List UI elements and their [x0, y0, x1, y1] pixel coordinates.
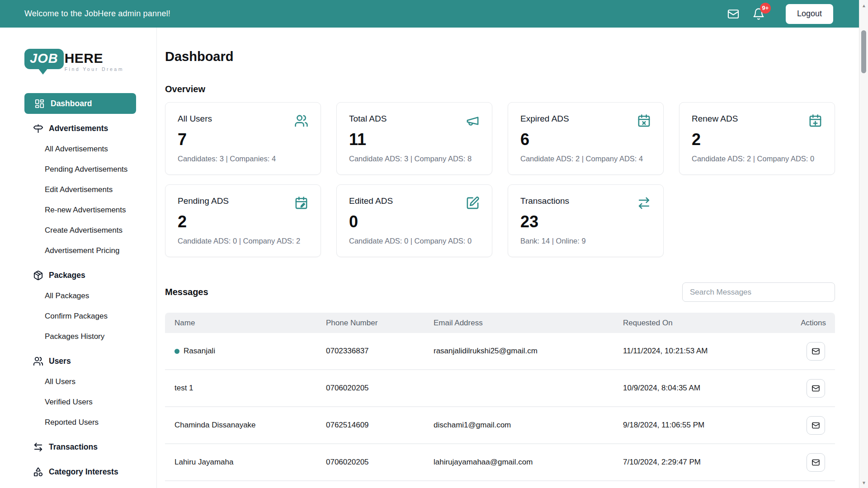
- messages-table: Name Phone Number Email Address Requeste…: [165, 313, 835, 481]
- topbar-actions: 9+ Logout: [727, 4, 833, 24]
- card-subtext: Candidate ADS: 0 | Company ADS: 0: [349, 237, 480, 245]
- welcome-text: Welcome to the JobHere admin pannel!: [24, 9, 170, 19]
- table-row: Rasanjali 0702336837 rasanjalidilrukshi2…: [165, 333, 835, 370]
- card-value: 7: [178, 131, 308, 148]
- logo-job-text: JOB: [30, 51, 58, 66]
- sidebar-item-edit-advertisements[interactable]: Edit Advertisements: [24, 179, 136, 200]
- message-requested-on: 10/9/2024, 8:04:35 AM: [623, 384, 801, 393]
- sidebar-item-advertisement-pricing[interactable]: Advertisement Pricing: [24, 240, 136, 261]
- open-message-button[interactable]: [807, 342, 825, 361]
- open-message-button[interactable]: [807, 416, 825, 435]
- sidebar-item-create-advertisements[interactable]: Create Advertisements: [24, 220, 136, 240]
- transfer-arrows-icon: [33, 442, 43, 452]
- messages-heading: Messages: [165, 287, 208, 297]
- card-subtext: Candidate ADS: 2 | Company ADS: 0: [692, 155, 822, 163]
- mail-icon: [811, 384, 820, 393]
- sidebar-item-confirm-packages[interactable]: Confirm Packages: [24, 306, 136, 326]
- page-title: Dashboard: [165, 49, 859, 64]
- sidebar-item-transactions[interactable]: Transactions: [24, 437, 136, 457]
- card-subtext: Candidate ADS: 0 | Company ADS: 2: [178, 237, 308, 245]
- sidebar-item-label: Users: [49, 357, 71, 366]
- message-name: Lahiru Jayamaha: [175, 458, 233, 467]
- card-title: Total ADS: [349, 114, 387, 123]
- sidebar-item-label: Category Interests: [49, 467, 118, 477]
- card-title: Renew ADS: [692, 114, 738, 123]
- card-value: 2: [692, 131, 822, 148]
- open-message-button[interactable]: [807, 379, 825, 398]
- message-phone: 0706020205: [326, 384, 434, 393]
- logo-bubble: JOB: [24, 49, 64, 69]
- sidebar-item-all-advertisements[interactable]: All Advertisements: [24, 139, 136, 159]
- overview-heading: Overview: [165, 84, 859, 94]
- page-scrollbar[interactable]: ▲ ▼: [859, 0, 868, 488]
- sidebar-item-label: Advertisements: [49, 124, 108, 133]
- column-header-requested: Requested On: [623, 319, 801, 328]
- logo-tagline: Find Your Dream: [65, 66, 124, 72]
- card-title: Edited ADS: [349, 196, 393, 206]
- megaphone-icon: [466, 114, 480, 130]
- message-name: test 1: [175, 384, 193, 393]
- stat-card-total-ads: Total ADS 11 Candidate ADS: 3 | Company …: [336, 102, 492, 175]
- sidebar-item-packages[interactable]: Packages: [24, 265, 136, 286]
- message-phone: 0702336837: [326, 347, 434, 356]
- stat-card-all-users: All Users 7 Candidates: 3 | Companies: 4: [165, 102, 321, 175]
- transfer-arrows-icon: [637, 196, 651, 212]
- sidebar-item-dashboard[interactable]: Dashboard: [24, 93, 136, 114]
- mail-icon: [811, 347, 820, 356]
- signpost-icon: [33, 123, 43, 134]
- table-row: Chaminda Dissanayake 0762514609 dischami…: [165, 407, 835, 444]
- sidebar-item-category-interests[interactable]: Category Interests: [24, 462, 136, 482]
- online-dot: [175, 349, 179, 354]
- package-icon: [33, 270, 43, 281]
- open-message-button[interactable]: [807, 453, 825, 472]
- card-value: 11: [349, 131, 480, 148]
- users-icon: [33, 356, 43, 366]
- sidebar-item-all-packages[interactable]: All Packages: [24, 286, 136, 306]
- scroll-up-arrow[interactable]: ▲: [859, 1, 868, 10]
- sidebar-item-advertisements[interactable]: Advertisements: [24, 118, 136, 139]
- notification-badge: 9+: [760, 3, 771, 14]
- message-email: lahirujayamahaa@gmail.com: [434, 458, 623, 467]
- message-email: rasanjalidilrukshi25@gmail.cm: [434, 347, 623, 356]
- sidebar-item-all-users[interactable]: All Users: [24, 371, 136, 392]
- dashboard-grid-icon: [34, 99, 45, 109]
- search-messages-input[interactable]: [682, 282, 835, 302]
- card-title: Pending ADS: [178, 196, 229, 206]
- message-phone: 0706020205: [326, 458, 434, 467]
- logout-button[interactable]: Logout: [786, 4, 833, 24]
- sidebar-item-packages-history[interactable]: Packages History: [24, 326, 136, 347]
- stat-card-pending-ads: Pending ADS 2 Candidate ADS: 0 | Company…: [165, 184, 321, 257]
- notifications-bell-icon[interactable]: 9+: [752, 8, 765, 20]
- calendar-x-icon: [637, 114, 651, 130]
- message-name: Rasanjali: [184, 347, 215, 356]
- card-title: Expired ADS: [520, 114, 569, 123]
- scrollbar-thumb[interactable]: [861, 30, 866, 73]
- scroll-down-arrow[interactable]: ▼: [859, 478, 868, 487]
- table-row: Lahiru Jayamaha 0706020205 lahirujayamah…: [165, 444, 835, 481]
- sidebar-item-pending-advertisements[interactable]: Pending Advertisements: [24, 159, 136, 179]
- stat-card-expired-ads: Expired ADS 6 Candidate ADS: 2 | Company…: [508, 102, 664, 175]
- sidebar-item-label: Packages: [49, 271, 85, 280]
- message-requested-on: 9/18/2024, 11:06:55 PM: [623, 421, 801, 430]
- mail-icon[interactable]: [727, 8, 740, 20]
- calendar-pen-icon: [294, 196, 308, 212]
- card-subtext: Candidates: 3 | Companies: 4: [178, 155, 308, 163]
- table-header: Name Phone Number Email Address Requeste…: [165, 313, 835, 333]
- message-email: dischami1@gmail.com: [434, 421, 623, 430]
- stat-card-edited-ads: Edited ADS 0 Candidate ADS: 0 | Company …: [336, 184, 492, 257]
- topbar: Welcome to the JobHere admin pannel! 9+ …: [0, 0, 859, 28]
- stat-card-renew-ads: Renew ADS 2 Candidate ADS: 2 | Company A…: [679, 102, 835, 175]
- table-row: test 1 0706020205 10/9/2024, 8:04:35 AM: [165, 370, 835, 407]
- sidebar-item-reported-users[interactable]: Reported Users: [24, 412, 136, 432]
- mail-icon: [811, 421, 820, 430]
- sidebar-item-renew-advertisements[interactable]: Re-new Advertisements: [24, 200, 136, 220]
- sidebar-item-users[interactable]: Users: [24, 351, 136, 371]
- column-header-actions: Actions: [801, 319, 835, 328]
- sidebar: JOB HERE Find Your Dream Dashboard: [0, 28, 157, 488]
- logo-tail: [38, 68, 48, 75]
- logo-here-text: HERE: [65, 52, 124, 65]
- column-header-name: Name: [165, 319, 326, 328]
- jobhere-logo: JOB HERE Find Your Dream: [24, 49, 124, 72]
- sidebar-item-verified-users[interactable]: Verified Users: [24, 392, 136, 412]
- column-header-email: Email Address: [434, 319, 623, 328]
